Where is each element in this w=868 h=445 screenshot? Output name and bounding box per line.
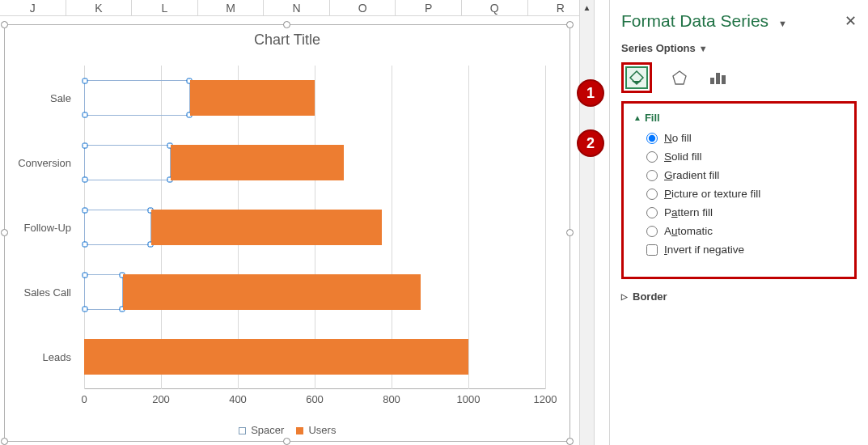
xtick: 600 bbox=[306, 393, 324, 405]
y-axis-labels: Sale Conversion Follow-Up Sales Call Lea… bbox=[13, 66, 78, 389]
bar-row bbox=[84, 66, 545, 130]
x-axis-labels: 020040060080010001200 bbox=[84, 393, 545, 409]
bar-row bbox=[84, 260, 545, 324]
column-headers: J K L M N O P Q R bbox=[0, 0, 594, 16]
resize-handle[interactable] bbox=[283, 21, 290, 28]
radio-pattern-fill[interactable]: Pattern fill bbox=[646, 206, 845, 218]
ytick: Sale bbox=[6, 92, 71, 104]
radio-picture-fill[interactable]: Picture or texture fill bbox=[646, 188, 845, 200]
worksheet-area[interactable]: J K L M N O P Q R Chart Title Sale Conve… bbox=[0, 0, 595, 445]
format-data-series-pane: Format Data Series ▼ ✕ Series Options ▼ … bbox=[609, 0, 868, 445]
series-select-handle[interactable] bbox=[83, 307, 88, 312]
series-select-handle[interactable] bbox=[83, 78, 88, 83]
series-select-handle[interactable] bbox=[83, 112, 88, 118]
xtick: 1000 bbox=[457, 393, 481, 405]
legend-label: Users bbox=[308, 424, 336, 436]
collapse-icon[interactable]: ▲ bbox=[633, 113, 641, 122]
annotation-callout-2: 2 bbox=[577, 129, 604, 157]
chart-object[interactable]: Chart Title Sale Conversion Follow-Up Sa… bbox=[4, 24, 570, 442]
radio-input[interactable] bbox=[646, 207, 658, 218]
radio-input[interactable] bbox=[646, 189, 658, 200]
border-header-label: Border bbox=[633, 290, 667, 303]
legend[interactable]: Spacer Users bbox=[5, 424, 569, 436]
resize-handle[interactable] bbox=[1, 438, 8, 445]
section-label[interactable]: Series Options bbox=[621, 42, 696, 54]
fill-and-line-icon[interactable] bbox=[625, 66, 648, 89]
bar-spacer[interactable] bbox=[84, 80, 190, 117]
col-header[interactable]: L bbox=[132, 0, 198, 15]
series-select-handle[interactable] bbox=[83, 207, 88, 213]
bar-spacer[interactable] bbox=[84, 210, 151, 246]
legend-label: Spacer bbox=[251, 424, 284, 436]
bar-row bbox=[84, 195, 545, 260]
ytick: Follow-Up bbox=[6, 222, 71, 234]
series-select-handle[interactable] bbox=[83, 242, 88, 248]
col-header[interactable]: K bbox=[66, 0, 133, 15]
annotation-box-2: ▲ Fill No fill Solid fill Gradient fill … bbox=[621, 101, 857, 279]
col-header[interactable]: M bbox=[198, 0, 265, 15]
chart-title[interactable]: Chart Title bbox=[5, 25, 569, 52]
resize-handle[interactable] bbox=[566, 438, 574, 445]
ytick: Conversion bbox=[6, 157, 71, 169]
radio-input[interactable] bbox=[646, 133, 658, 144]
col-header[interactable]: P bbox=[396, 0, 462, 15]
resize-handle[interactable] bbox=[566, 21, 574, 28]
svg-marker-0 bbox=[673, 71, 686, 84]
series-options-icon[interactable] bbox=[707, 66, 730, 89]
xtick: 0 bbox=[81, 393, 87, 405]
fill-group-header[interactable]: ▲ Fill bbox=[633, 112, 845, 124]
expand-icon[interactable]: ▷ bbox=[621, 292, 628, 301]
gridline bbox=[545, 66, 546, 389]
pane-title: Format Data Series bbox=[621, 11, 768, 30]
xtick: 200 bbox=[152, 393, 170, 405]
col-header[interactable]: O bbox=[330, 0, 396, 15]
resize-handle[interactable] bbox=[1, 21, 8, 28]
plot-area[interactable] bbox=[84, 66, 545, 389]
checkbox-invert-if-negative[interactable]: Invert if negative bbox=[646, 244, 845, 256]
svg-rect-3 bbox=[722, 75, 726, 84]
annotation-box-1 bbox=[621, 62, 652, 93]
col-header[interactable]: J bbox=[0, 0, 66, 15]
bar-spacer[interactable] bbox=[84, 145, 171, 181]
bar-spacer[interactable] bbox=[84, 274, 123, 311]
bar-row bbox=[84, 324, 545, 389]
border-group-header[interactable]: ▷ Border bbox=[621, 290, 857, 303]
checkbox-input[interactable] bbox=[646, 244, 658, 256]
close-icon[interactable]: ✕ bbox=[845, 12, 857, 30]
chevron-down-icon[interactable]: ▼ bbox=[699, 44, 708, 53]
vertical-scrollbar[interactable]: ▲ bbox=[579, 0, 594, 445]
scroll-up-icon[interactable]: ▲ bbox=[580, 0, 594, 15]
series-select-handle[interactable] bbox=[83, 177, 88, 183]
series-select-handle[interactable] bbox=[83, 142, 88, 148]
pane-menu-icon[interactable]: ▼ bbox=[778, 19, 787, 28]
resize-handle[interactable] bbox=[283, 438, 290, 445]
radio-gradient-fill[interactable]: Gradient fill bbox=[646, 169, 845, 181]
bar-users[interactable] bbox=[84, 339, 468, 375]
radio-input[interactable] bbox=[646, 170, 658, 181]
legend-swatch-spacer bbox=[239, 427, 246, 434]
effects-icon[interactable] bbox=[668, 66, 691, 89]
bar-users[interactable] bbox=[123, 274, 421, 311]
radio-solid-fill[interactable]: Solid fill bbox=[646, 150, 845, 163]
radio-input[interactable] bbox=[646, 151, 658, 163]
radio-automatic[interactable]: Automatic bbox=[646, 225, 845, 237]
fill-header-label: Fill bbox=[645, 112, 660, 124]
ytick: Leads bbox=[6, 351, 71, 363]
bar-users[interactable] bbox=[171, 145, 344, 181]
svg-rect-1 bbox=[710, 78, 714, 84]
xtick: 800 bbox=[383, 393, 400, 405]
col-header[interactable]: Q bbox=[462, 0, 528, 15]
ytick: Sales Call bbox=[6, 286, 71, 299]
svg-rect-2 bbox=[716, 73, 720, 84]
xtick: 1200 bbox=[534, 393, 557, 405]
legend-swatch-users bbox=[296, 427, 303, 434]
radio-input[interactable] bbox=[646, 226, 658, 237]
series-select-handle[interactable] bbox=[83, 272, 88, 278]
bar-users[interactable] bbox=[151, 210, 382, 246]
bar-users[interactable] bbox=[190, 80, 315, 117]
radio-no-fill[interactable]: No fill bbox=[646, 132, 845, 144]
xtick: 400 bbox=[229, 393, 247, 405]
annotation-callout-1: 1 bbox=[577, 79, 604, 107]
col-header[interactable]: N bbox=[264, 0, 330, 15]
resize-handle[interactable] bbox=[566, 229, 574, 236]
